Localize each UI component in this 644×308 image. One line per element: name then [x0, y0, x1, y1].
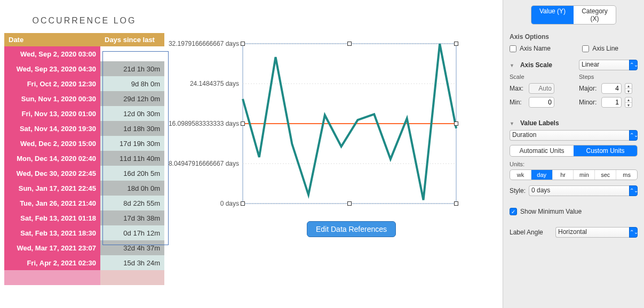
axis-tab-segmented[interactable]: Value (Y) Category (X) [531, 5, 616, 25]
table-row[interactable]: Sun, Jan 17, 2021 22:4518d 0h 0m [4, 181, 164, 196]
days-cell[interactable]: 21d 1h 30m [100, 61, 164, 76]
svg-text:24.1484375 days: 24.1484375 days [190, 80, 239, 87]
chart-handle[interactable] [454, 201, 458, 206]
chart-handle[interactable] [347, 42, 352, 46]
label-axis-scale: Axis Scale [520, 61, 552, 69]
col-header-date[interactable]: Date [4, 33, 100, 46]
table-row[interactable]: Sat, Feb 13, 2021 18:300d 17h 12m [4, 225, 164, 240]
units-mode-segmented[interactable]: Automatic Units Custom Units [510, 145, 638, 157]
table-row[interactable]: Wed, Sep 23, 2020 04:3021d 1h 30m [4, 61, 164, 76]
date-cell[interactable]: Fri, Apr 2, 2021 02:30 [4, 255, 100, 270]
date-cell[interactable]: Wed, Dec 2, 2020 15:00 [4, 136, 100, 151]
days-cell[interactable]: 18d 0h 0m [100, 181, 164, 196]
days-cell[interactable] [100, 46, 164, 61]
label-value-labels: Value Labels [520, 119, 559, 127]
date-cell[interactable]: Wed, Mar 17, 2021 23:07 [4, 240, 100, 255]
checkbox-show-minimum-value[interactable]: ✓ [510, 208, 517, 215]
chart[interactable]: 32.1979166666667 days 24.1484375 days 16… [160, 37, 486, 224]
date-cell[interactable]: Fri, Nov 13, 2020 01:00 [4, 106, 100, 121]
date-cell[interactable]: Wed, Sep 2, 2020 03:00 [4, 46, 100, 61]
table-row[interactable]: Wed, Sep 2, 2020 03:00 [4, 46, 164, 61]
days-cell[interactable]: 1d 18h 30m [100, 121, 164, 136]
chevron-updown-icon[interactable]: ⌃⌄ [629, 185, 638, 196]
date-cell[interactable] [4, 270, 100, 285]
unit-day[interactable]: day [531, 170, 553, 180]
days-cell[interactable]: 32d 4h 37m [100, 240, 164, 255]
table-row-empty[interactable] [4, 270, 164, 285]
date-cell[interactable]: Fri, Oct 2, 2020 12:30 [4, 76, 100, 91]
unit-sec[interactable]: sec [595, 170, 616, 180]
table-row[interactable]: Fri, Apr 2, 2021 02:3015d 3h 24m [4, 255, 164, 270]
input-steps-minor[interactable] [601, 97, 622, 108]
input-scale-min[interactable] [529, 97, 554, 108]
input-scale-max[interactable] [529, 83, 554, 94]
stepper-minor[interactable]: ▲▼ [625, 97, 632, 108]
disclosure-axis-scale[interactable] [510, 61, 517, 69]
chart-handle[interactable] [241, 201, 245, 206]
days-cell[interactable]: 17d 3h 38m [100, 210, 164, 225]
days-cell[interactable] [100, 270, 164, 285]
chevron-updown-icon[interactable]: ⌃⌄ [629, 227, 638, 238]
table-row[interactable]: Mon, Dec 14, 2020 02:4011d 11h 40m [4, 151, 164, 166]
date-cell[interactable]: Sun, Jan 17, 2021 22:45 [4, 181, 100, 196]
chevron-updown-icon[interactable]: ⌃⌄ [629, 60, 638, 70]
date-cell[interactable]: Sat, Nov 14, 2020 19:30 [4, 121, 100, 136]
table-row[interactable]: Tue, Jan 26, 2021 21:408d 22h 55m [4, 196, 164, 210]
chart-handle[interactable] [241, 121, 245, 126]
date-cell[interactable]: Wed, Dec 30, 2020 22:45 [4, 166, 100, 181]
chevron-updown-icon[interactable]: ⌃⌄ [629, 130, 638, 141]
label-minor: Minor: [579, 99, 598, 106]
select-value-label-format[interactable]: Duration [510, 130, 630, 141]
tab-value-y[interactable]: Value (Y) [531, 6, 574, 24]
days-cell[interactable]: 15d 3h 24m [100, 255, 164, 270]
days-cell[interactable]: 16d 20h 5m [100, 166, 164, 181]
days-cell[interactable]: 17d 19h 30m [100, 136, 164, 151]
table-row[interactable]: Sun, Nov 1, 2020 00:3029d 12h 0m [4, 91, 164, 106]
chart-handle[interactable] [241, 42, 245, 46]
unit-min[interactable]: min [574, 170, 595, 180]
stepper-major[interactable]: ▲▼ [625, 83, 632, 94]
select-label-angle[interactable]: Horizontal [555, 227, 630, 238]
date-cell[interactable]: Mon, Dec 14, 2020 02:40 [4, 151, 100, 166]
unit-wk[interactable]: wk [510, 170, 531, 180]
table-row[interactable]: Wed, Dec 30, 2020 22:4516d 20h 5m [4, 166, 164, 181]
chart-handle[interactable] [347, 201, 352, 206]
tab-category-x[interactable]: Category (X) [574, 6, 616, 24]
unit-hr[interactable]: hr [553, 170, 574, 180]
table-row[interactable]: Wed, Dec 2, 2020 15:0017d 19h 30m [4, 136, 164, 151]
units-segmented[interactable]: wkdayhrminsecms [510, 169, 638, 180]
date-cell[interactable]: Tue, Jan 26, 2021 21:40 [4, 196, 100, 210]
days-cell[interactable]: 29d 12h 0m [100, 91, 164, 106]
disclosure-value-labels[interactable] [510, 119, 517, 127]
section-axis-options: Axis Options [510, 33, 638, 40]
days-cell[interactable]: 0d 17h 12m [100, 225, 164, 240]
chart-handle[interactable] [454, 121, 458, 126]
table-row[interactable]: Fri, Oct 2, 2020 12:309d 8h 0m [4, 76, 164, 91]
days-cell[interactable]: 11d 11h 40m [100, 151, 164, 166]
svg-text:8.04947916666667 days: 8.04947916666667 days [169, 160, 239, 167]
occurrence-log-table: Date Days since last Wed, Sep 2, 2020 03… [4, 33, 164, 285]
days-cell[interactable]: 12d 0h 30m [100, 106, 164, 121]
table-row[interactable]: Fri, Nov 13, 2020 01:0012d 0h 30m [4, 106, 164, 121]
table-row[interactable]: Sat, Nov 14, 2020 19:301d 18h 30m [4, 121, 164, 136]
input-steps-major[interactable] [601, 83, 622, 94]
date-cell[interactable]: Sat, Feb 13, 2021 18:30 [4, 225, 100, 240]
checkbox-axis-line[interactable] [582, 45, 589, 52]
log-title: OCCURRENCE LOG [4, 16, 164, 26]
chart-handle[interactable] [454, 42, 458, 46]
select-duration-style[interactable]: 0 days [529, 185, 630, 196]
seg-custom-units[interactable]: Custom Units [574, 145, 637, 156]
col-header-days[interactable]: Days since last [100, 33, 164, 46]
date-cell[interactable]: Wed, Sep 23, 2020 04:30 [4, 61, 100, 76]
table-row[interactable]: Sat, Feb 13, 2021 01:1817d 3h 38m [4, 210, 164, 225]
date-cell[interactable]: Sat, Feb 13, 2021 01:18 [4, 210, 100, 225]
unit-ms[interactable]: ms [616, 170, 637, 180]
select-axis-scale-type[interactable]: Linear [579, 60, 630, 70]
edit-data-references-button[interactable]: Edit Data References [307, 221, 396, 237]
days-cell[interactable]: 9d 8h 0m [100, 76, 164, 91]
checkbox-axis-name[interactable] [510, 45, 516, 52]
seg-automatic-units[interactable]: Automatic Units [510, 145, 574, 156]
days-cell[interactable]: 8d 22h 55m [100, 196, 164, 210]
table-row[interactable]: Wed, Mar 17, 2021 23:0732d 4h 37m [4, 240, 164, 255]
date-cell[interactable]: Sun, Nov 1, 2020 00:30 [4, 91, 100, 106]
